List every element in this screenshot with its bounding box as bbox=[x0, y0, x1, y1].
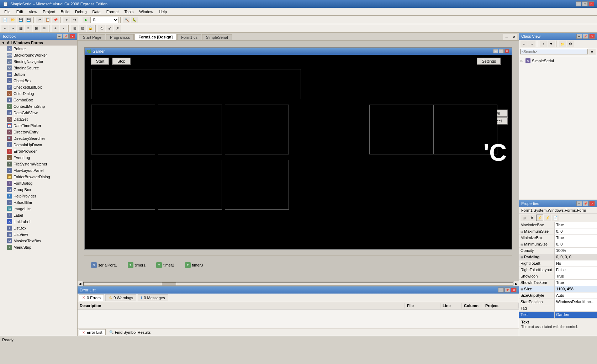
nav-back-button[interactable]: ← bbox=[1, 25, 9, 32]
prop-value-opacity[interactable]: 100% bbox=[555, 248, 597, 254]
menu-format[interactable]: Format bbox=[104, 9, 122, 15]
toolbox-item-colordialog[interactable]: C ColorDialog bbox=[0, 90, 77, 97]
timer2-component[interactable]: T timer2 bbox=[156, 262, 174, 268]
view-button[interactable]: 👁 bbox=[41, 25, 48, 32]
scroll-track[interactable] bbox=[83, 282, 513, 286]
prop-value-text[interactable]: Garden bbox=[555, 312, 597, 318]
props-props-button[interactable]: ⚡ bbox=[536, 215, 543, 221]
messages-tab[interactable]: ℹ 0 Messages bbox=[138, 294, 168, 301]
toolbox-item-listview[interactable]: ⊞ ListView bbox=[0, 231, 77, 238]
toolbox-section-all-windows-forms[interactable]: ▼ All Windows Forms bbox=[0, 40, 77, 46]
properties-close-button[interactable]: ✕ bbox=[589, 201, 595, 206]
prop-value-maximumsize[interactable]: 0, 0 bbox=[555, 228, 597, 234]
toolbox-item-button[interactable]: Bt Button bbox=[0, 71, 77, 78]
start-button[interactable]: Start bbox=[91, 58, 109, 65]
start-debug-button[interactable]: ▶ bbox=[83, 17, 90, 23]
paste-button[interactable]: 📌 bbox=[52, 17, 59, 23]
prop-value-padding[interactable]: 0, 0, 0, 0 bbox=[555, 254, 597, 260]
toolbox-item-datetimepicker[interactable]: 📅 DateTimePicker bbox=[0, 122, 77, 129]
menu-build[interactable]: Build bbox=[58, 9, 72, 15]
prop-value-minimizebox[interactable]: True bbox=[555, 235, 597, 241]
align-button[interactable]: ≡ bbox=[25, 25, 32, 32]
scroll-left-button[interactable]: ◀ bbox=[78, 281, 83, 286]
toolbox-item-linklabel[interactable]: A LinkLabel bbox=[0, 218, 77, 225]
tab-start-page[interactable]: Start Page bbox=[79, 34, 105, 40]
toolbox-item-checkedlistbox[interactable]: ☑ CheckedListBox bbox=[0, 84, 77, 90]
prop-value-startposition[interactable]: WindowsDefaultLocati... bbox=[555, 299, 597, 305]
error-list-close-button[interactable]: ✕ bbox=[511, 287, 517, 292]
tab-form1-design[interactable]: Form1.cs [Design] bbox=[134, 34, 176, 40]
scroll-right-button[interactable]: ▶ bbox=[514, 281, 519, 286]
toolbox-minimize-button[interactable]: ─ bbox=[57, 34, 62, 39]
class-view-search-input[interactable] bbox=[521, 49, 588, 54]
toolbox-item-pointer[interactable]: ↖ Pointer bbox=[0, 46, 77, 52]
menu-data[interactable]: Data bbox=[90, 9, 104, 15]
serial-port-component[interactable]: S serialPort1 bbox=[91, 262, 117, 268]
menu-debug[interactable]: Debug bbox=[72, 9, 89, 15]
toolbox-item-fontdialog[interactable]: A FontDialog bbox=[0, 180, 77, 186]
prop-value-righttoleftlayout[interactable]: False bbox=[555, 267, 597, 273]
warnings-tab[interactable]: ⚠ 0 Warnings bbox=[105, 294, 136, 301]
maximize-button[interactable]: □ bbox=[582, 1, 588, 6]
toolbox-item-contextmenustrip[interactable]: ≡ ContextMenuStrip bbox=[0, 103, 77, 110]
tab-simpleserial[interactable]: SimpleSerial bbox=[202, 34, 232, 40]
copy-button[interactable]: 📋 bbox=[44, 17, 51, 23]
tab-order-button[interactable]: ① bbox=[98, 25, 105, 32]
prop-value-sizegripstyle[interactable]: Auto bbox=[555, 292, 597, 299]
toolbox-item-datagridview[interactable]: ⊞ DataGridView bbox=[0, 110, 77, 116]
error-list-pin-button[interactable]: 📌 bbox=[504, 287, 510, 292]
toolbox-item-groupbox[interactable]: ⊡ GroupBox bbox=[0, 186, 77, 193]
errors-tab[interactable]: ✕ 0 Errors bbox=[79, 294, 104, 301]
toolbox-item-flowlayoutpanel[interactable]: F FlowLayoutPanel bbox=[0, 167, 77, 174]
toolbox-item-eventlog[interactable]: E EventLog bbox=[0, 154, 77, 161]
build-button[interactable]: 🔨 bbox=[123, 17, 130, 23]
toolbox-item-helpprovider[interactable]: ? HelpProvider bbox=[0, 193, 77, 199]
toolbox-item-directorysearcher[interactable]: 🔍 DirectorySearcher bbox=[0, 135, 77, 142]
config-dropdown[interactable]: t1 bbox=[90, 17, 119, 23]
format-button[interactable]: ⊞ bbox=[33, 25, 40, 32]
class-filter-button[interactable]: ▼ bbox=[548, 41, 555, 47]
toolbox-item-domainupdown[interactable]: ↕ DomainUpDown bbox=[0, 142, 77, 148]
menu-edit[interactable]: Edit bbox=[14, 9, 26, 15]
form-maximize-button[interactable]: □ bbox=[499, 49, 504, 53]
toolbox-pin-button[interactable]: 📌 bbox=[63, 34, 69, 39]
toolbox-item-label[interactable]: A Label bbox=[0, 212, 77, 218]
props-alpha-button[interactable]: A bbox=[528, 215, 535, 221]
cut-button[interactable]: ✂ bbox=[36, 17, 43, 23]
undo-button[interactable]: ↩ bbox=[63, 17, 70, 23]
minimize-button[interactable]: ─ bbox=[576, 1, 581, 6]
prop-value-righttoleft[interactable]: No bbox=[555, 260, 597, 267]
toolbox-item-listbox[interactable]: ≡ ListBox bbox=[0, 225, 77, 231]
toolbox-item-backgroundworker[interactable]: BW BackgroundWorker bbox=[0, 52, 77, 58]
class-search-options-button[interactable]: ▼ bbox=[588, 49, 596, 55]
form-close-button[interactable]: ✕ bbox=[504, 49, 509, 53]
menu-window[interactable]: Window bbox=[136, 9, 156, 15]
props-pages-button[interactable]: 📄 bbox=[552, 215, 559, 221]
new-button[interactable]: 📄 bbox=[1, 17, 9, 23]
open-button[interactable]: 📂 bbox=[9, 17, 16, 23]
toolbox-item-bindingsource[interactable]: BS BindingSource bbox=[0, 65, 77, 71]
toolbox-item-filesystemwatcher[interactable]: F FileSystemWatcher bbox=[0, 161, 77, 167]
zoom-out-button[interactable]: - bbox=[60, 25, 67, 32]
redo-button[interactable]: ↪ bbox=[71, 17, 78, 23]
menu-tools[interactable]: Tools bbox=[122, 9, 137, 15]
lock-button[interactable]: 🔒 bbox=[87, 25, 94, 32]
class-view-close-button[interactable]: ✕ bbox=[589, 34, 595, 39]
tab-form1-cs[interactable]: Form1.cs bbox=[177, 34, 201, 40]
toolbox-item-maskedtextbox[interactable]: M MaskedTextBox bbox=[0, 238, 77, 244]
settings-button[interactable]: Settings bbox=[477, 58, 501, 65]
save-button[interactable]: 💾 bbox=[17, 17, 24, 23]
class-settings-button[interactable]: ⚙ bbox=[567, 41, 574, 47]
props-events-button[interactable]: ⚡ bbox=[544, 215, 551, 221]
class-view-minimize-button[interactable]: ─ bbox=[576, 34, 582, 39]
toolbox-close-button[interactable]: ✕ bbox=[69, 34, 75, 39]
zoom-in-button[interactable]: + bbox=[52, 25, 59, 32]
toolbox-item-checkbox[interactable]: ☑ CheckBox bbox=[0, 78, 77, 84]
tab-program-cs[interactable]: Program.cs bbox=[106, 34, 134, 40]
error-list-minimize-button[interactable]: ─ bbox=[498, 287, 504, 292]
tree-simpleserial[interactable]: ▷ S SimpleSerial bbox=[521, 58, 596, 64]
props-cat-button[interactable]: ⊞ bbox=[521, 215, 528, 221]
prop-value-size[interactable]: 1100, 458 bbox=[555, 286, 597, 292]
properties-minimize-button[interactable]: ─ bbox=[576, 201, 582, 206]
tabs-close-button[interactable]: ✕ bbox=[510, 34, 517, 40]
